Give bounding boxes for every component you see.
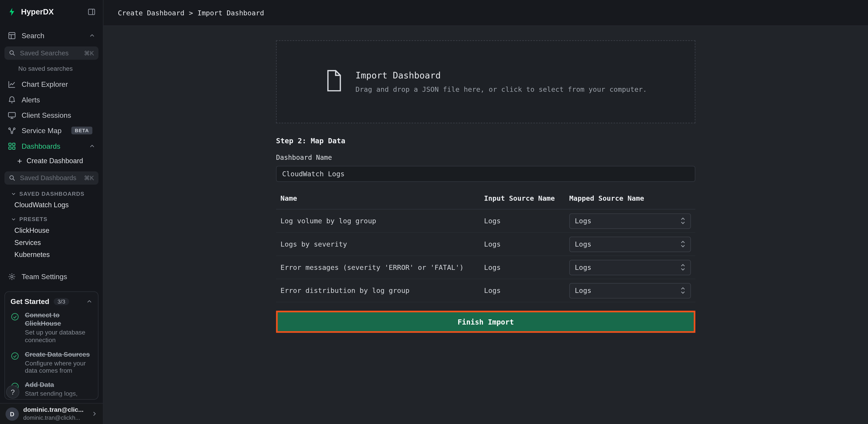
chevron-up-icon xyxy=(86,299,93,305)
chevron-right-icon xyxy=(91,411,97,417)
mapped-source-select[interactable]: Logs xyxy=(569,236,691,252)
check-circle-icon xyxy=(10,312,19,344)
no-saved-searches-text: No saved searches xyxy=(0,61,103,76)
topbar: Create Dashboard > Import Dashboard xyxy=(103,0,868,26)
dashboards-grid-icon xyxy=(8,142,16,150)
user-text: dominic.tran@clic... dominic.tran@clickh… xyxy=(23,406,84,421)
import-dropzone[interactable]: Import Dashboard Drag and drop a JSON fi… xyxy=(276,40,695,123)
mapping-table: Name Input Source Name Mapped Source Nam… xyxy=(276,189,695,302)
saved-searches-search[interactable]: ⌘K xyxy=(4,46,99,60)
progress-badge: 3/3 xyxy=(54,298,69,305)
get-started-card: Get Started 3/3 Connect to ClickHouse Se… xyxy=(4,291,99,400)
saved-dashboards-search[interactable]: ⌘K xyxy=(4,171,99,185)
step-title: Add Data xyxy=(25,381,90,389)
collapse-sidebar-icon[interactable] xyxy=(87,7,96,16)
content: Import Dashboard Drag and drop a JSON fi… xyxy=(103,26,868,424)
search-section-icon xyxy=(8,31,16,39)
sidebar-item-chart-explorer[interactable]: Chart Explorer xyxy=(0,76,103,92)
chevrons-up-down-icon xyxy=(681,287,685,294)
nav-label: Client Sessions xyxy=(22,111,71,119)
sidebar-item-client-sessions[interactable]: Client Sessions xyxy=(0,107,103,123)
chevron-up-icon xyxy=(89,143,95,149)
nav-label: Team Settings xyxy=(22,272,67,281)
sidebar: HyperDX Search ⌘K No saved searches xyxy=(0,0,103,424)
input-source-value: Logs xyxy=(484,286,569,295)
dropzone-text: Import Dashboard Drag and drop a JSON fi… xyxy=(355,70,647,94)
nav-label: Alerts xyxy=(22,95,40,104)
user-menu[interactable]: D dominic.tran@clic... dominic.tran@clic… xyxy=(0,403,103,424)
chevron-down-icon xyxy=(11,217,16,222)
selected-value: Logs xyxy=(575,286,591,295)
user-name: dominic.tran@clic... xyxy=(23,406,84,414)
group-label-text: SAVED DASHBOARDS xyxy=(20,191,85,197)
input-source-value: Logs xyxy=(484,240,569,249)
magnifier-icon xyxy=(9,175,16,181)
logo-row: HyperDX xyxy=(0,0,103,23)
check-circle-icon xyxy=(10,352,19,375)
search-section-label: Search xyxy=(22,31,44,39)
nav-label: Service Map xyxy=(22,126,62,135)
mapped-source-select[interactable]: Logs xyxy=(569,283,691,298)
step-title: Create Data Sources xyxy=(25,350,90,359)
shortcut-hint: ⌘K xyxy=(84,174,94,182)
shortcut-hint: ⌘K xyxy=(84,50,94,57)
help-button[interactable]: ? xyxy=(6,385,20,399)
column-header-input-source: Input Source Name xyxy=(484,194,569,202)
nav-label: Dashboards xyxy=(22,142,60,150)
table-row: Log volume by log group Logs Logs xyxy=(276,209,695,233)
chart-icon xyxy=(8,80,16,88)
chart-name: Error messages (severity 'ERROR' or 'FAT… xyxy=(276,263,484,271)
selected-value: Logs xyxy=(575,240,591,249)
mapped-source-select[interactable]: Logs xyxy=(569,259,691,275)
beta-badge: BETA xyxy=(71,127,92,134)
preset-item-services[interactable]: Services xyxy=(0,237,103,249)
user-email: dominic.tran@clickh... xyxy=(23,414,84,421)
get-started-step[interactable]: Add Data Start sending logs, metrics, or… xyxy=(10,381,92,400)
sidebar-item-search[interactable]: Search xyxy=(0,28,103,43)
sidebar-item-alerts[interactable]: Alerts xyxy=(0,92,103,107)
group-label-text: PRESETS xyxy=(20,216,48,222)
breadcrumb-separator: > xyxy=(189,9,193,17)
get-started-step[interactable]: Connect to ClickHouse Set up your databa… xyxy=(10,311,92,344)
sidebar-item-dashboards[interactable]: Dashboards xyxy=(0,138,103,154)
sidebar-item-team-settings[interactable]: Team Settings xyxy=(0,269,103,284)
dashboard-name-label: Dashboard Name xyxy=(276,154,695,161)
breadcrumb-import-dashboard[interactable]: Import Dashboard xyxy=(197,9,264,17)
nav-label: Chart Explorer xyxy=(22,80,68,88)
create-dashboard-label: Create Dashboard xyxy=(27,157,83,165)
hyperdx-logo-icon xyxy=(7,7,17,17)
chart-name: Log volume by log group xyxy=(276,217,484,225)
saved-dashboards-group[interactable]: SAVED DASHBOARDS xyxy=(0,186,103,199)
mapped-source-select[interactable]: Logs xyxy=(569,213,691,228)
input-source-value: Logs xyxy=(484,263,569,271)
saved-dashboards-input[interactable] xyxy=(19,173,81,183)
finish-import-button[interactable]: Finish Import xyxy=(278,312,694,331)
monitor-icon xyxy=(8,111,16,119)
create-dashboard-button[interactable]: Create Dashboard xyxy=(0,154,103,168)
dashboard-item-cloudwatch-logs[interactable]: CloudWatch Logs xyxy=(0,199,103,211)
saved-searches-input[interactable] xyxy=(19,48,81,57)
get-started-step[interactable]: Create Data Sources Configure where your… xyxy=(10,350,92,375)
table-header-row: Name Input Source Name Mapped Source Nam… xyxy=(276,189,695,209)
sidebar-item-service-map[interactable]: Service Map BETA xyxy=(0,123,103,138)
presets-group[interactable]: PRESETS xyxy=(0,211,103,224)
chevron-up-icon xyxy=(89,32,95,38)
service-map-icon xyxy=(8,126,16,135)
get-started-title: Get Started xyxy=(10,297,49,306)
column-header-mapped-source: Mapped Source Name xyxy=(569,194,695,202)
selected-value: Logs xyxy=(575,263,591,271)
magnifier-icon xyxy=(9,50,16,56)
preset-item-clickhouse[interactable]: ClickHouse xyxy=(0,224,103,237)
column-header-name: Name xyxy=(276,194,484,202)
chevron-down-icon xyxy=(11,191,16,196)
chevrons-up-down-icon xyxy=(681,217,685,224)
breadcrumb-create-dashboard[interactable]: Create Dashboard xyxy=(118,9,185,17)
get-started-header[interactable]: Get Started 3/3 xyxy=(10,297,92,306)
dashboard-name-input[interactable] xyxy=(276,166,695,182)
preset-item-kubernetes[interactable]: Kubernetes xyxy=(0,249,103,261)
table-row: Error distribution by log group Logs Log… xyxy=(276,279,695,302)
selected-value: Logs xyxy=(575,217,591,225)
annotation-highlight: Finish Import xyxy=(276,311,695,333)
plus-icon xyxy=(17,158,23,164)
main-area: Create Dashboard > Import Dashboard Impo… xyxy=(103,0,868,424)
